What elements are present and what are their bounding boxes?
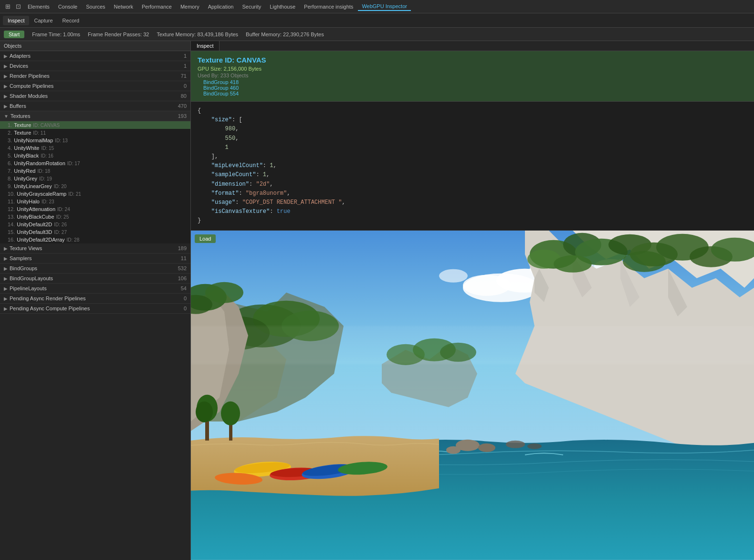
nav-tab-sources[interactable]: Sources [82, 3, 109, 11]
nav-tab-lighthouse[interactable]: Lighthouse [266, 3, 299, 11]
texture-item-num: 6. [8, 160, 12, 166]
category-name-adapters: Adapters [10, 53, 182, 59]
nav-tab-security[interactable]: Security [238, 3, 265, 11]
texture-item-12[interactable]: 13.UnityBlackCubeID: 25 [0, 213, 190, 221]
nav-tab-console[interactable]: Console [54, 3, 81, 11]
texture-item-num: 7. [8, 168, 12, 174]
nav-tab-performance[interactable]: Performance [138, 3, 176, 11]
category-name-textures: Textures [10, 113, 176, 119]
nav-tab-elements[interactable]: Elements [24, 3, 53, 11]
texture-item-4[interactable]: 5.UnityBlackID: 16 [0, 152, 190, 159]
texture-item-7[interactable]: 8.UnityGreyID: 19 [0, 175, 190, 182]
category-compute-pipelines[interactable]: ▶ Compute Pipelines 0 [0, 81, 190, 91]
left-panel: Objects ▶ Adapters 1 ▶ Devices 1 ▶ Rende… [0, 41, 191, 560]
tab-capture[interactable]: Capture [29, 16, 57, 25]
category-count-after-2: 532 [178, 265, 187, 271]
category-adapters[interactable]: ▶ Adapters 1 [0, 51, 190, 61]
svg-point-52 [527, 444, 542, 449]
category-after-2[interactable]: ▶BindGroups532 [0, 264, 190, 274]
bind-group-2[interactable]: BindGroup 554 [203, 91, 747, 96]
category-name-after-3: BindGroupLayouts [10, 275, 176, 281]
tab-inspect[interactable]: Inspect [3, 16, 29, 25]
texture-item-14[interactable]: 15.UnityDefault3DID: 27 [0, 228, 190, 236]
texture-item-name: UnityDefault2D [17, 222, 52, 227]
expand-icon-shader-modules: ▶ [4, 94, 8, 99]
category-name-devices: Devices [10, 63, 182, 69]
texture-item-name: UnityNormalMap [14, 137, 53, 143]
category-buffers[interactable]: ▶ Buffers 470 [0, 101, 190, 111]
texture-item-2[interactable]: 3.UnityNormalMapID: 13 [0, 137, 190, 144]
bind-group-0[interactable]: BindGroup 418 [203, 79, 747, 85]
texture-item-id: ID: 26 [54, 222, 67, 227]
texture-item-num: 16. [8, 237, 15, 243]
inspect-tab-bar: Inspect [191, 41, 754, 51]
texture-item-15[interactable]: 16.UnityDefault2DArrayID: 28 [0, 236, 190, 243]
expand-icon-after-2: ▶ [4, 266, 8, 271]
texture-item-11[interactable]: 12.UnityAttenuationID: 24 [0, 205, 190, 213]
nav-tab-network[interactable]: Network [110, 3, 137, 11]
second-nav-bar: Inspect Capture Record [0, 13, 754, 28]
category-devices[interactable]: ▶ Devices 1 [0, 61, 190, 71]
category-name-buffers: Buffers [10, 103, 176, 109]
category-after-1[interactable]: ▶Samplers11 [0, 254, 190, 264]
category-after-0[interactable]: ▶Texture Views189 [0, 243, 190, 254]
category-count-after-5: 0 [184, 296, 187, 301]
texture-item-num: 5. [8, 153, 12, 158]
texture-item-10[interactable]: 11.UnityHaloID: 23 [0, 198, 190, 205]
texture-item-1[interactable]: 2.TextureID: 11 [0, 129, 190, 137]
frame-time: Frame Time: 1.00ms [32, 32, 80, 37]
texture-item-num: 12. [8, 206, 15, 212]
category-name-after-1: Samplers [10, 255, 179, 261]
texture-item-8[interactable]: 9.UnityLinearGreyID: 20 [0, 182, 190, 190]
svg-point-3 [463, 275, 511, 296]
expand-icon-after-4: ▶ [4, 286, 8, 291]
texture-item-3[interactable]: 4.UnityWhiteID: 15 [0, 144, 190, 152]
category-after-6[interactable]: ▶Pending Async Compute Pipelines0 [0, 304, 190, 314]
load-button[interactable]: Load [195, 234, 216, 243]
nav-tab-perf-insights[interactable]: Performance insights [300, 3, 357, 11]
expand-icon-after-1: ▶ [4, 256, 8, 261]
texture-item-name: UnityGrayscaleRamp [17, 191, 66, 197]
category-textures[interactable]: ▼ Textures 193 [0, 111, 190, 121]
tab-inspect-right[interactable]: Inspect [191, 41, 220, 51]
category-count-devices: 1 [184, 63, 187, 69]
start-button[interactable]: Start [4, 31, 24, 38]
texture-item-num: 4. [8, 145, 12, 151]
nav-tab-webgpu[interactable]: WebGPU Inspector [358, 2, 411, 11]
category-name-render-pipelines: Render Pipelines [10, 73, 179, 79]
category-shader-modules[interactable]: ▶ Shader Modules 80 [0, 91, 190, 101]
svg-point-45 [205, 282, 243, 303]
devtools-icon-2[interactable]: ⊡ [13, 2, 23, 11]
category-after-5[interactable]: ▶Pending Async Render Pipelines0 [0, 294, 190, 304]
texture-item-name: UnityDefault3D [17, 229, 52, 235]
expand-icon-textures: ▼ [4, 114, 9, 119]
texture-item-5[interactable]: 6.UnityRandomRotationID: 17 [0, 159, 190, 167]
bind-group-1[interactable]: BindGroup 460 [203, 85, 747, 91]
texture-item-name: Texture [14, 130, 31, 136]
category-after-3[interactable]: ▶BindGroupLayouts106 [0, 274, 190, 284]
category-name-after-0: Texture Views [10, 245, 176, 251]
texture-item-name: Texture [14, 122, 31, 128]
texture-item-13[interactable]: 14.UnityDefault2DID: 26 [0, 221, 190, 228]
texture-item-0[interactable]: 1.TextureID: CANVAS [0, 121, 190, 129]
nav-tab-application[interactable]: Application [204, 3, 238, 11]
devtools-icon-1[interactable]: ⊞ [3, 2, 12, 11]
texture-item-num: 15. [8, 229, 15, 235]
texture-item-num: 10. [8, 191, 15, 197]
texture-item-9[interactable]: 10.UnityGrayscaleRampID: 21 [0, 190, 190, 198]
texture-list: 1.TextureID: CANVAS2.TextureID: 113.Unit… [0, 121, 190, 243]
json-code-block: { "size": [ 980, 550, 1 ], "mipLevelCoun… [191, 102, 754, 231]
tab-record[interactable]: Record [58, 16, 84, 25]
expand-icon-adapters: ▶ [4, 53, 8, 59]
expand-icon-after-6: ▶ [4, 306, 8, 311]
category-name-after-6: Pending Async Compute Pipelines [10, 306, 182, 311]
texture-item-num: 8. [8, 176, 12, 181]
texture-item-id: ID: 16 [41, 153, 53, 158]
texture-item-id: ID: 21 [68, 191, 81, 197]
texture-item-6[interactable]: 7.UnityRedID: 18 [0, 167, 190, 175]
expand-icon-compute-pipelines: ▶ [4, 84, 8, 89]
nav-tab-memory[interactable]: Memory [177, 3, 203, 11]
texture-item-id: ID: 23 [42, 199, 54, 204]
category-render-pipelines[interactable]: ▶ Render Pipelines 71 [0, 71, 190, 81]
category-after-4[interactable]: ▶PipelineLayouts54 [0, 284, 190, 294]
